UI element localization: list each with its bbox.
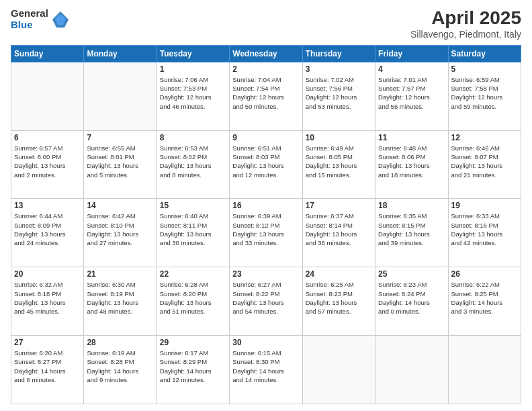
main-title: April 2025 xyxy=(410,8,521,29)
day-info: Sunrise: 7:06 AMSunset: 7:53 PMDaylight:… xyxy=(160,75,226,111)
calendar-cell: 6Sunrise: 6:57 AMSunset: 8:00 PMDaylight… xyxy=(11,130,84,199)
day-info: Sunrise: 6:55 AMSunset: 8:01 PMDaylight:… xyxy=(87,144,153,179)
subtitle: Sillavengo, Piedmont, Italy xyxy=(410,29,521,40)
day-info: Sunrise: 6:15 AMSunset: 8:30 PMDaylight:… xyxy=(232,349,299,384)
day-info: Sunrise: 6:39 AMSunset: 8:12 PMDaylight:… xyxy=(232,212,299,247)
day-info: Sunrise: 6:20 AMSunset: 8:27 PMDaylight:… xyxy=(14,349,81,384)
day-info: Sunrise: 6:53 AMSunset: 8:02 PMDaylight:… xyxy=(160,144,226,179)
calendar-cell: 8Sunrise: 6:53 AMSunset: 8:02 PMDaylight… xyxy=(157,130,229,199)
day-info: Sunrise: 6:46 AMSunset: 8:07 PMDaylight:… xyxy=(451,144,518,179)
calendar-cell: 15Sunrise: 6:40 AMSunset: 8:11 PMDayligh… xyxy=(157,199,229,267)
day-number: 26 xyxy=(451,269,518,279)
day-number: 14 xyxy=(87,201,153,210)
day-number: 2 xyxy=(232,64,299,74)
calendar-cell: 14Sunrise: 6:42 AMSunset: 8:10 PMDayligh… xyxy=(84,199,157,267)
day-number: 11 xyxy=(378,133,445,142)
day-number: 1 xyxy=(160,64,226,74)
day-number: 17 xyxy=(306,201,372,210)
day-number: 23 xyxy=(232,269,299,279)
day-info: Sunrise: 6:19 AMSunset: 8:28 PMDaylight:… xyxy=(87,349,153,384)
day-number: 18 xyxy=(378,201,445,210)
header-thursday: Thursday xyxy=(302,45,375,62)
header-tuesday: Tuesday xyxy=(157,45,229,62)
calendar-cell: 1Sunrise: 7:06 AMSunset: 7:53 PMDaylight… xyxy=(157,62,229,130)
calendar-cell: 4Sunrise: 7:01 AMSunset: 7:57 PMDaylight… xyxy=(375,62,448,130)
calendar-cell: 26Sunrise: 6:22 AMSunset: 8:25 PMDayligh… xyxy=(448,267,521,336)
day-number: 29 xyxy=(160,338,226,347)
header-sunday: Sunday xyxy=(11,45,84,62)
logo-icon xyxy=(51,10,70,29)
day-info: Sunrise: 7:02 AMSunset: 7:56 PMDaylight:… xyxy=(306,75,372,111)
day-info: Sunrise: 6:51 AMSunset: 8:03 PMDaylight:… xyxy=(232,144,299,179)
calendar-cell: 9Sunrise: 6:51 AMSunset: 8:03 PMDaylight… xyxy=(230,130,302,199)
calendar-cell: 17Sunrise: 6:37 AMSunset: 8:14 PMDayligh… xyxy=(302,199,375,267)
calendar-cell: 20Sunrise: 6:32 AMSunset: 8:18 PMDayligh… xyxy=(11,267,84,336)
day-number: 27 xyxy=(14,338,81,347)
calendar-cell: 28Sunrise: 6:19 AMSunset: 8:28 PMDayligh… xyxy=(84,336,157,404)
day-info: Sunrise: 6:40 AMSunset: 8:11 PMDaylight:… xyxy=(160,212,226,247)
day-number: 16 xyxy=(232,201,299,210)
day-info: Sunrise: 6:33 AMSunset: 8:16 PMDaylight:… xyxy=(451,212,518,247)
calendar-cell: 13Sunrise: 6:44 AMSunset: 8:09 PMDayligh… xyxy=(11,199,84,267)
day-info: Sunrise: 6:27 AMSunset: 8:22 PMDaylight:… xyxy=(232,280,299,316)
day-number: 8 xyxy=(160,133,226,142)
day-number: 4 xyxy=(378,64,445,74)
day-info: Sunrise: 6:59 AMSunset: 7:58 PMDaylight:… xyxy=(451,75,518,111)
day-number: 3 xyxy=(306,64,372,74)
day-info: Sunrise: 6:32 AMSunset: 8:18 PMDaylight:… xyxy=(14,280,81,316)
calendar-cell: 29Sunrise: 6:17 AMSunset: 8:29 PMDayligh… xyxy=(157,336,229,404)
header: General Blue April 2025 Sillavengo, Pied… xyxy=(11,8,521,40)
day-number: 21 xyxy=(87,269,153,279)
day-number: 5 xyxy=(451,64,518,74)
calendar-cell: 21Sunrise: 6:30 AMSunset: 8:19 PMDayligh… xyxy=(84,267,157,336)
calendar-cell: 16Sunrise: 6:39 AMSunset: 8:12 PMDayligh… xyxy=(230,199,302,267)
header-monday: Monday xyxy=(84,45,157,62)
calendar-cell: 19Sunrise: 6:33 AMSunset: 8:16 PMDayligh… xyxy=(448,199,521,267)
title-block: April 2025 Sillavengo, Piedmont, Italy xyxy=(410,8,521,40)
page: General Blue April 2025 Sillavengo, Pied… xyxy=(0,0,532,411)
day-number: 20 xyxy=(14,269,81,279)
calendar-cell xyxy=(448,336,521,404)
day-info: Sunrise: 6:28 AMSunset: 8:20 PMDaylight:… xyxy=(160,280,226,316)
day-number: 7 xyxy=(87,133,153,142)
day-number: 25 xyxy=(378,269,445,279)
logo-general: General xyxy=(11,8,48,19)
calendar-cell xyxy=(84,62,157,130)
calendar-cell xyxy=(11,62,84,130)
calendar-week-2: 6Sunrise: 6:57 AMSunset: 8:00 PMDaylight… xyxy=(11,130,521,199)
calendar-cell xyxy=(375,336,448,404)
day-info: Sunrise: 6:17 AMSunset: 8:29 PMDaylight:… xyxy=(160,349,226,384)
day-info: Sunrise: 7:04 AMSunset: 7:54 PMDaylight:… xyxy=(232,75,299,111)
day-number: 12 xyxy=(451,133,518,142)
day-number: 30 xyxy=(232,338,299,347)
day-info: Sunrise: 6:30 AMSunset: 8:19 PMDaylight:… xyxy=(87,280,153,316)
day-info: Sunrise: 6:37 AMSunset: 8:14 PMDaylight:… xyxy=(306,212,372,247)
day-number: 24 xyxy=(306,269,372,279)
weekday-header-row: Sunday Monday Tuesday Wednesday Thursday… xyxy=(11,45,521,62)
day-number: 6 xyxy=(14,133,81,142)
day-number: 10 xyxy=(306,133,372,142)
logo-blue: Blue xyxy=(11,19,48,31)
day-number: 15 xyxy=(160,201,226,210)
logo: General Blue xyxy=(11,8,70,30)
calendar-cell: 18Sunrise: 6:35 AMSunset: 8:15 PMDayligh… xyxy=(375,199,448,267)
day-info: Sunrise: 6:42 AMSunset: 8:10 PMDaylight:… xyxy=(87,212,153,247)
calendar-cell: 10Sunrise: 6:49 AMSunset: 8:05 PMDayligh… xyxy=(302,130,375,199)
calendar-cell xyxy=(302,336,375,404)
calendar-week-5: 27Sunrise: 6:20 AMSunset: 8:27 PMDayligh… xyxy=(11,336,521,404)
day-info: Sunrise: 6:44 AMSunset: 8:09 PMDaylight:… xyxy=(14,212,81,247)
calendar-cell: 22Sunrise: 6:28 AMSunset: 8:20 PMDayligh… xyxy=(157,267,229,336)
calendar-week-1: 1Sunrise: 7:06 AMSunset: 7:53 PMDaylight… xyxy=(11,62,521,130)
day-info: Sunrise: 6:23 AMSunset: 8:24 PMDaylight:… xyxy=(378,280,445,316)
calendar-cell: 24Sunrise: 6:25 AMSunset: 8:23 PMDayligh… xyxy=(302,267,375,336)
day-number: 19 xyxy=(451,201,518,210)
calendar-cell: 25Sunrise: 6:23 AMSunset: 8:24 PMDayligh… xyxy=(375,267,448,336)
logo-text: General Blue xyxy=(11,8,48,30)
calendar-table: Sunday Monday Tuesday Wednesday Thursday… xyxy=(11,45,521,404)
day-info: Sunrise: 6:22 AMSunset: 8:25 PMDaylight:… xyxy=(451,280,518,316)
calendar-cell: 27Sunrise: 6:20 AMSunset: 8:27 PMDayligh… xyxy=(11,336,84,404)
calendar-cell: 5Sunrise: 6:59 AMSunset: 7:58 PMDaylight… xyxy=(448,62,521,130)
day-info: Sunrise: 6:25 AMSunset: 8:23 PMDaylight:… xyxy=(306,280,372,316)
calendar-cell: 23Sunrise: 6:27 AMSunset: 8:22 PMDayligh… xyxy=(230,267,302,336)
header-saturday: Saturday xyxy=(448,45,521,62)
